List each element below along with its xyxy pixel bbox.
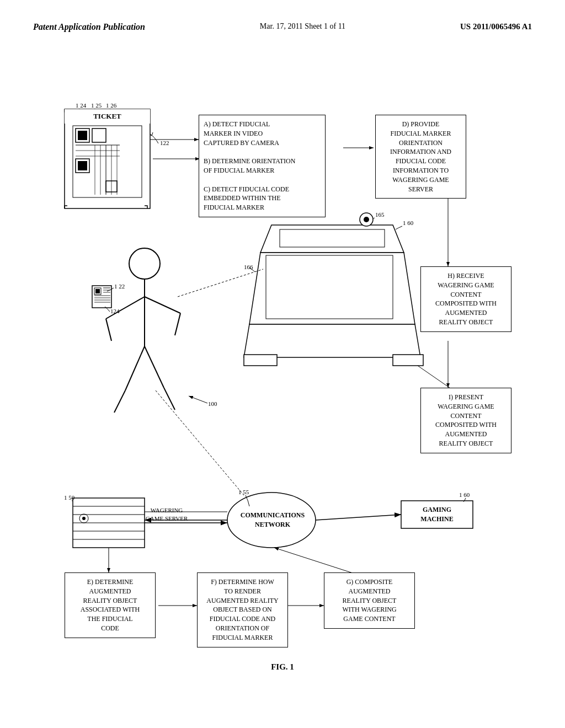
gaming-machine-bottom-label: GAMING MACHINE [401, 505, 473, 524]
diagram: TICKET [34, 49, 531, 677]
svg-rect-56 [244, 355, 277, 366]
step-e-text: E) DETERMINE AUGMENTED REALITY OBJECT AS… [81, 578, 140, 632]
step-d-text: D) PROVIDE FIDUCIAL MARKER ORIENTATION I… [390, 120, 451, 193]
svg-line-81 [316, 515, 401, 520]
svg-rect-35 [95, 289, 100, 293]
step-d-box: D) PROVIDE FIDUCIAL MARKER ORIENTATION I… [375, 115, 466, 199]
svg-rect-4 [73, 126, 142, 197]
svg-text:1 22: 1 22 [114, 283, 125, 290]
svg-text:124: 124 [110, 308, 120, 314]
svg-point-66 [79, 514, 88, 523]
step-h-text: H) RECEIVE WAGERING GAME CONTENT COMPOSI… [435, 272, 497, 326]
figure-caption: FIG. 1 [271, 662, 294, 672]
svg-rect-53 [266, 255, 393, 319]
step-g-text: G) COMPOSITE AUGMENTED REALITY OBJECT WI… [342, 578, 396, 623]
svg-line-31 [145, 346, 164, 388]
svg-rect-6 [78, 131, 87, 140]
svg-text:122: 122 [160, 140, 169, 146]
svg-text:1 26: 1 26 [106, 102, 117, 109]
svg-point-67 [82, 517, 86, 520]
svg-rect-2 [65, 109, 150, 208]
svg-text:1 24: 1 24 [76, 102, 87, 109]
svg-text:166: 166 [244, 264, 253, 270]
svg-marker-52 [249, 253, 415, 324]
svg-text:1 55: 1 55 [238, 489, 249, 495]
svg-rect-57 [393, 355, 423, 366]
svg-rect-18 [106, 181, 117, 192]
svg-text:O    O O: O O O [285, 323, 306, 331]
svg-rect-11 [76, 159, 89, 173]
step-h-box: H) RECEIVE WAGERING GAME CONTENT COMPOSI… [420, 266, 511, 332]
svg-rect-5 [76, 129, 89, 142]
svg-line-30 [114, 390, 125, 413]
svg-point-50 [364, 217, 369, 222]
step-abc-box: A) DETECT FIDUCIAL MARKER IN VIDEO CAPTU… [199, 115, 326, 217]
svg-marker-47 [260, 225, 404, 253]
svg-line-25 [106, 297, 145, 319]
svg-text:165: 165 [375, 211, 385, 218]
svg-line-28 [175, 313, 180, 335]
svg-rect-60 [73, 498, 145, 548]
page: Patent Application Publication Mar. 17, … [0, 0, 565, 728]
ticket-box: TICKET [65, 109, 150, 124]
svg-point-23 [129, 248, 160, 279]
svg-text:1 60: 1 60 [459, 491, 470, 498]
step-i-box: I) PRESENT WAGERING GAME CONTENT COMPOSI… [420, 388, 511, 453]
step-e-box: E) DETERMINE AUGMENTED REALITY OBJECT AS… [65, 572, 156, 638]
comms-network-label: COMMUNICATIONS NETWORK [239, 511, 306, 529]
svg-line-79 [156, 390, 244, 495]
svg-line-32 [164, 388, 175, 410]
svg-line-73 [178, 269, 263, 297]
svg-text:1 25: 1 25 [91, 102, 102, 109]
step-i-text: I) PRESENT WAGERING GAME CONTENT COMPOSI… [435, 393, 497, 447]
svg-marker-55 [244, 324, 420, 357]
step-abc-text: A) DETECT FIDUCIAL MARKER IN VIDEO CAPTU… [204, 120, 295, 211]
step-f-box: F) DETERMINE HOW TO RENDER AUGMENTED REA… [197, 572, 288, 647]
svg-rect-7 [92, 129, 106, 142]
step-g-box: G) COMPOSITE AUGMENTED REALITY OBJECT WI… [324, 572, 415, 629]
svg-line-46 [189, 396, 207, 403]
svg-text:100: 100 [208, 400, 217, 407]
header-left: Patent Application Publication [33, 22, 145, 32]
svg-text:1 60: 1 60 [403, 220, 414, 226]
header-center: Mar. 17, 2011 Sheet 1 of 11 [260, 22, 345, 31]
svg-line-87 [418, 366, 454, 390]
svg-line-26 [106, 319, 111, 341]
header-right: US 2011/0065496 A1 [460, 22, 532, 31]
svg-rect-34 [94, 288, 101, 295]
svg-rect-33 [92, 286, 111, 308]
svg-line-29 [125, 346, 145, 390]
svg-point-49 [360, 213, 373, 226]
wagering-server-label: WAGERING GAME SERVER [142, 506, 191, 523]
svg-rect-48 [280, 229, 385, 247]
svg-line-27 [145, 297, 180, 313]
svg-text:1 50: 1 50 [64, 494, 75, 501]
step-f-text: F) DETERMINE HOW TO RENDER AUGMENTED REA… [206, 578, 278, 641]
svg-rect-12 [78, 161, 87, 170]
page-header: Patent Application Publication Mar. 17, … [33, 22, 532, 32]
